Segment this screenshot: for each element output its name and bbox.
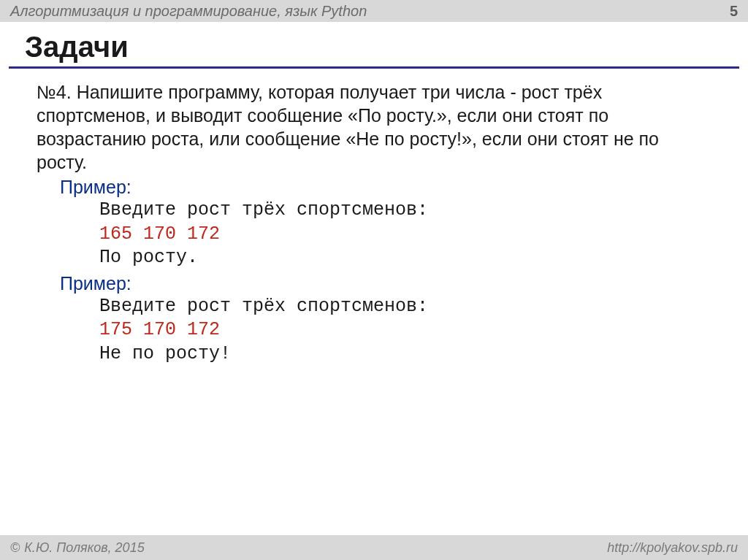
- example-2: Пример: Введите рост трёх спортсменов: 1…: [37, 272, 711, 367]
- example-output: Не по росту!: [99, 342, 711, 367]
- copyright-text: К.Ю. Поляков, 2015: [24, 540, 144, 556]
- course-title: Алгоритмизация и программирование, язык …: [10, 3, 367, 20]
- example-label: Пример:: [60, 175, 711, 199]
- footer-url: http://kpolyakov.spb.ru: [607, 540, 738, 556]
- content-area: №4. Напишите программу, которая получает…: [37, 80, 711, 366]
- example-label-text: Пример: [60, 177, 126, 197]
- copyright: © К.Ю. Поляков, 2015: [10, 540, 145, 556]
- header-bar: Алгоритмизация и программирование, язык …: [0, 0, 748, 22]
- example-prompt: Введите рост трёх спортсменов:: [99, 295, 711, 319]
- page-number: 5: [730, 3, 738, 20]
- example-output: По росту.: [99, 246, 711, 270]
- example-1: Пример: Введите рост трёх спортсменов: 1…: [37, 175, 711, 270]
- slide-container: Алгоритмизация и программирование, язык …: [0, 0, 748, 560]
- heading-underline: [9, 66, 739, 69]
- problem-statement: №4. Напишите программу, которая получает…: [37, 80, 711, 174]
- example-input: 165 170 172: [99, 223, 711, 247]
- example-label-text: Пример: [60, 273, 126, 294]
- page-title: Задачи: [25, 31, 748, 64]
- footer-bar: © К.Ю. Поляков, 2015 http://kpolyakov.sp…: [0, 535, 748, 560]
- problem-number: №4.: [37, 82, 72, 102]
- example-prompt: Введите рост трёх спортсменов:: [99, 199, 711, 223]
- example-input: 175 170 172: [99, 318, 711, 342]
- problem-text: Напишите программу, которая получает три…: [37, 82, 659, 172]
- copyright-symbol: ©: [10, 540, 20, 556]
- example-label: Пример:: [60, 272, 711, 295]
